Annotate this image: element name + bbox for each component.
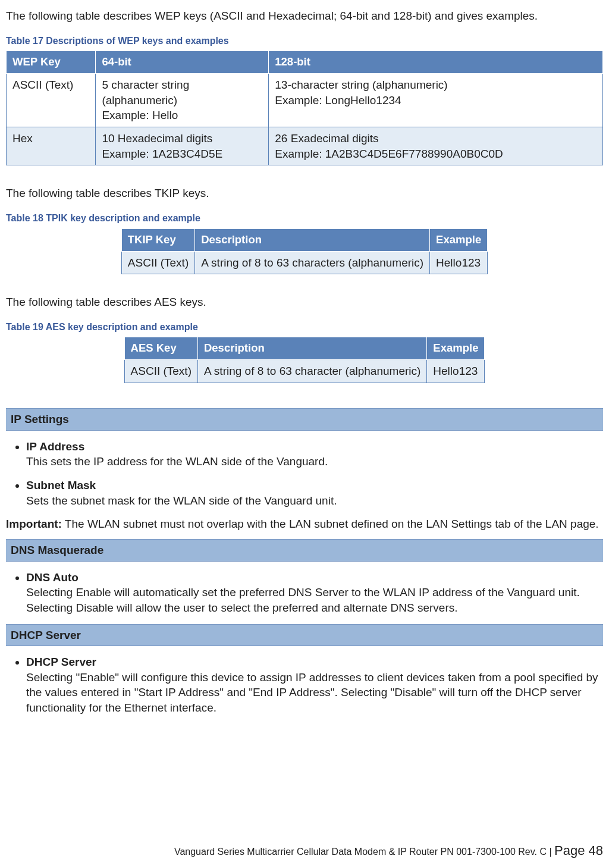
table-wep: WEP Key 64-bit 128-bit ASCII (Text) 5 ch… bbox=[6, 51, 603, 165]
list-item: DNS Auto Selecting Enable will automatic… bbox=[26, 570, 603, 616]
th-description: Description bbox=[197, 337, 426, 360]
section-heading-ip-settings: IP Settings bbox=[6, 408, 603, 431]
list-ip-settings: IP Address This sets the IP address for … bbox=[6, 439, 603, 509]
cell-line: 26 Exadecimal digits bbox=[275, 131, 597, 146]
list-item: Subnet Mask Sets the subnet mask for the… bbox=[26, 478, 603, 508]
th-example: Example bbox=[430, 228, 488, 251]
paragraph-aes-intro: The following table describes AES keys. bbox=[6, 294, 603, 310]
item-title: DHCP Server bbox=[26, 654, 603, 670]
cell-description: A string of 8 to 63 characters (alphanum… bbox=[195, 251, 430, 274]
cell-description: A string of 8 to 63 character (alphanume… bbox=[197, 360, 426, 383]
table-row: ASCII (Text) A string of 8 to 63 charact… bbox=[121, 251, 487, 274]
th-wep-key: WEP Key bbox=[7, 51, 96, 74]
table-row: Hex 10 Hexadecimal digits Example: 1A2B3… bbox=[7, 127, 603, 165]
list-item: IP Address This sets the IP address for … bbox=[26, 439, 603, 469]
cell-line: Example: 1A2B3C4D5E6F7788990A0B0C0D bbox=[275, 146, 597, 162]
th-64bit: 64-bit bbox=[96, 51, 269, 74]
paragraph-tkip-intro: The following table describes TKIP keys. bbox=[6, 186, 603, 201]
item-title: DNS Auto bbox=[26, 570, 603, 585]
item-body: Selecting Enable will automatically set … bbox=[26, 585, 603, 615]
caption-table-19: Table 19 AES key description and example bbox=[6, 321, 603, 334]
item-body: Sets the subnet mask for the WLAN side o… bbox=[26, 493, 603, 509]
important-note: Important: The WLAN subnet must not over… bbox=[6, 516, 603, 532]
item-title: Subnet Mask bbox=[26, 478, 603, 493]
th-example: Example bbox=[427, 337, 485, 360]
section-heading-dhcp-server: DHCP Server bbox=[6, 624, 603, 647]
table-header-row: AES Key Description Example bbox=[124, 337, 485, 360]
table-tkip: TKIP Key Description Example ASCII (Text… bbox=[121, 228, 488, 275]
th-aes-key: AES Key bbox=[124, 337, 197, 360]
th-128bit: 128-bit bbox=[269, 51, 603, 74]
cell-example: Hello123 bbox=[427, 360, 485, 383]
cell-line: 5 character string (alphanumeric) bbox=[102, 77, 262, 108]
cell-line: 10 Hexadecimal digits bbox=[102, 131, 262, 146]
cell-64bit: 10 Hexadecimal digits Example: 1A2B3C4D5… bbox=[96, 127, 269, 165]
cell-128bit: 26 Exadecimal digits Example: 1A2B3C4D5E… bbox=[269, 127, 603, 165]
cell-example: Hello123 bbox=[430, 251, 488, 274]
important-label: Important: bbox=[6, 518, 62, 530]
caption-table-18: Table 18 TPIK key description and exampl… bbox=[6, 212, 603, 225]
list-item: DHCP Server Selecting "Enable" will conf… bbox=[26, 654, 603, 716]
list-dns: DNS Auto Selecting Enable will automatic… bbox=[6, 570, 603, 616]
cell-wep-key: Hex bbox=[7, 127, 96, 165]
table-row: ASCII (Text) A string of 8 to 63 charact… bbox=[124, 360, 485, 383]
table-aes: AES Key Description Example ASCII (Text)… bbox=[124, 337, 485, 383]
item-title: IP Address bbox=[26, 439, 603, 455]
cell-wep-key: ASCII (Text) bbox=[7, 74, 96, 127]
th-description: Description bbox=[195, 228, 430, 251]
caption-table-17: Table 17 Descriptions of WEP keys and ex… bbox=[6, 35, 603, 48]
cell-line: 13-character string (alphanumeric) bbox=[275, 77, 597, 93]
paragraph-wep-intro: The following table describes WEP keys (… bbox=[6, 8, 603, 24]
cell-line: Example: 1A2B3C4D5E bbox=[102, 146, 262, 162]
table-row: ASCII (Text) 5 character string (alphanu… bbox=[7, 74, 603, 127]
cell-tkip-key: ASCII (Text) bbox=[121, 251, 194, 274]
table-header-row: TKIP Key Description Example bbox=[121, 228, 487, 251]
cell-aes-key: ASCII (Text) bbox=[124, 360, 197, 383]
important-text: The WLAN subnet must not overlap with th… bbox=[62, 518, 599, 530]
th-tkip-key: TKIP Key bbox=[121, 228, 194, 251]
cell-128bit: 13-character string (alphanumeric) Examp… bbox=[269, 74, 603, 127]
item-body: Selecting "Enable" will configure this d… bbox=[26, 670, 603, 716]
cell-64bit: 5 character string (alphanumeric) Exampl… bbox=[96, 74, 269, 127]
table-header-row: WEP Key 64-bit 128-bit bbox=[7, 51, 603, 74]
item-body: This sets the IP address for the WLAN si… bbox=[26, 454, 603, 469]
section-heading-dns-masquerade: DNS Masquerade bbox=[6, 539, 603, 562]
cell-line: Example: LongHello1234 bbox=[275, 93, 597, 108]
cell-line: Example: Hello bbox=[102, 108, 262, 123]
list-dhcp: DHCP Server Selecting "Enable" will conf… bbox=[6, 654, 603, 716]
